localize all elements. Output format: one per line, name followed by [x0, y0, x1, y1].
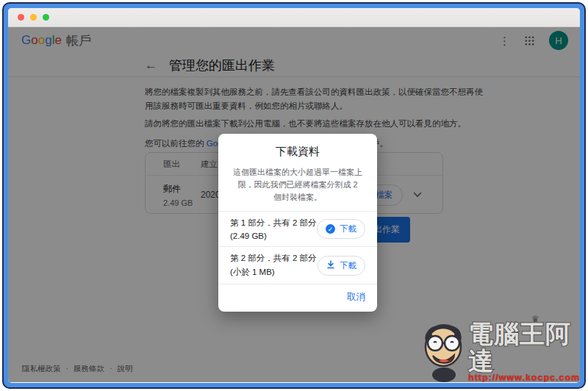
watermark-url: http://www.kocpc.com.tw [468, 373, 580, 382]
download-arrow-icon [326, 260, 335, 270]
download-part-row: 第 1 部分，共有 2 部分 (2.49 GB) ✓ 下載 [218, 211, 377, 246]
page: Google 帳戶 ⋮ H ← 管理您的匯出作業 將您的檔案複製到其他服務之前，… [8, 27, 580, 382]
crown-icon: ♛ [531, 314, 539, 324]
zoom-window-button[interactable] [43, 14, 49, 21]
part-size: (小於 1 MB) [230, 267, 317, 278]
mascot-image [421, 320, 467, 382]
browser-window: Google 帳戶 ⋮ H ← 管理您的匯出作業 將您的檔案複製到其他服務之前，… [8, 8, 580, 383]
close-window-button[interactable] [18, 14, 24, 21]
download-button-label: 下載 [340, 260, 356, 271]
download-part-row: 第 2 部分，共有 2 部分 (小於 1 MB) 下載 [218, 246, 377, 284]
part-label: 第 1 部分，共有 2 部分 [230, 218, 317, 229]
watermark-name: 電腦王阿達 [468, 320, 571, 375]
download-button-label: 下載 [340, 223, 356, 234]
minimize-window-button[interactable] [30, 14, 37, 21]
part-label: 第 2 部分，共有 2 部分 [230, 253, 317, 264]
download-part-2-button[interactable]: 下載 [318, 256, 365, 276]
dialog-body-text: 這個匯出檔案的大小超過單一檔案上限，因此我們已經將檔案分割成 2 個封裝檔案。 [233, 166, 362, 204]
download-data-dialog: 下載資料 這個匯出檔案的大小超過單一檔案上限，因此我們已經將檔案分割成 2 個封… [218, 134, 377, 312]
site-watermark: 電腦王阿達 ♛ http://www.kocpc.com.tw [421, 320, 580, 382]
download-part-1-button[interactable]: ✓ 下載 [317, 219, 365, 239]
cancel-button[interactable]: 取消 [347, 291, 365, 304]
part-size: (2.49 GB) [230, 232, 317, 240]
dialog-title: 下載資料 [218, 145, 377, 159]
titlebar [8, 8, 580, 27]
check-circle-icon: ✓ [326, 224, 335, 234]
screenshot-frame: Google 帳戶 ⋮ H ← 管理您的匯出作業 將您的檔案複製到其他服務之前，… [2, 2, 586, 389]
